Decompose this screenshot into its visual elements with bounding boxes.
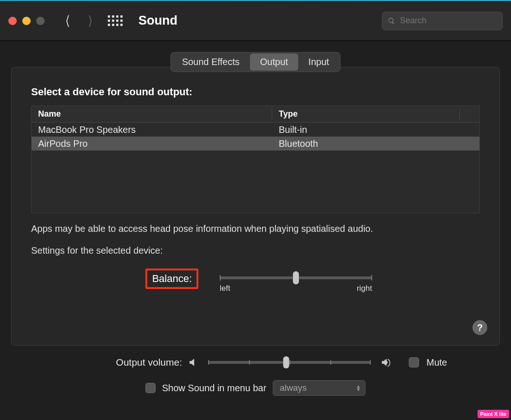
- table-row[interactable]: AirPods Pro Bluetooth: [32, 137, 479, 151]
- footer: Output volume: Mute Show Sound in menu b…: [0, 357, 511, 396]
- slider-tick: [249, 360, 250, 365]
- toolbar: ⟨ ⟩ Sound: [0, 1, 511, 41]
- minimize-window-button[interactable]: [22, 17, 31, 25]
- zoom-window-button[interactable]: [36, 17, 45, 25]
- show-sound-menubar-checkbox[interactable]: [145, 383, 156, 393]
- balance-slider[interactable]: [220, 276, 372, 279]
- slider-tick: [289, 360, 290, 365]
- close-window-button[interactable]: [8, 17, 17, 25]
- device-table: Name Type MacBook Pro Speakers Built-in …: [31, 105, 480, 213]
- tabs: Sound Effects Output Input: [170, 52, 341, 72]
- output-panel: Select a device for sound output: Name T…: [11, 67, 500, 346]
- show-all-prefs-button[interactable]: [108, 15, 123, 26]
- balance-slider-thumb[interactable]: [293, 271, 299, 284]
- volume-row: Output volume: Mute: [20, 357, 491, 368]
- volume-slider-thumb[interactable]: [283, 356, 289, 368]
- slider-tick: [371, 275, 372, 281]
- speaker-low-icon: [188, 357, 199, 368]
- device-name: MacBook Pro Speakers: [32, 125, 272, 135]
- speaker-high-icon: [380, 357, 391, 368]
- tab-input[interactable]: Input: [298, 53, 339, 71]
- output-volume-slider[interactable]: [208, 361, 371, 364]
- balance-left-label: left: [220, 284, 230, 293]
- balance-right-label: right: [357, 284, 372, 293]
- slider-tick: [330, 360, 331, 365]
- nav-arrows: ⟨ ⟩: [65, 13, 93, 28]
- balance-label: Balance:: [147, 270, 197, 288]
- traffic-lights: [8, 17, 45, 25]
- device-type: Bluetooth: [272, 138, 479, 149]
- device-type: Built-in: [272, 125, 479, 135]
- show-sound-menubar-label: Show Sound in menu bar: [162, 383, 267, 394]
- forward-button: ⟩: [88, 13, 93, 28]
- table-row[interactable]: MacBook Pro Speakers Built-in: [32, 123, 479, 137]
- show-sound-menubar-popup[interactable]: always ▲▼: [273, 380, 366, 396]
- slider-tick: [220, 275, 221, 281]
- col-type[interactable]: Type: [272, 109, 460, 120]
- menu-bar-row: Show Sound in menu bar always ▲▼: [20, 380, 491, 396]
- balance-row: Balance: left right: [31, 270, 480, 293]
- back-button[interactable]: ⟨: [65, 13, 70, 28]
- search-icon: [388, 17, 395, 25]
- updown-icon: ▲▼: [356, 385, 360, 391]
- window-title: Sound: [138, 13, 382, 28]
- help-button[interactable]: ?: [472, 320, 487, 335]
- search-field[interactable]: [382, 12, 503, 30]
- tab-output[interactable]: Output: [250, 53, 298, 71]
- select-device-label: Select a device for sound output:: [31, 86, 480, 98]
- table-header: Name Type: [32, 106, 479, 123]
- spatial-audio-hint: Apps may be able to access head pose inf…: [31, 223, 480, 234]
- tab-sound-effects[interactable]: Sound Effects: [172, 53, 250, 71]
- output-volume-label: Output volume:: [20, 357, 182, 368]
- col-name[interactable]: Name: [32, 109, 272, 120]
- mute-checkbox[interactable]: [409, 357, 419, 368]
- slider-tick: [370, 360, 371, 365]
- search-input[interactable]: [400, 16, 497, 26]
- watermark: Paint X lite: [478, 410, 509, 418]
- popup-value: always: [280, 383, 307, 393]
- mute-label: Mute: [426, 357, 447, 368]
- slider-tick: [208, 360, 209, 365]
- device-name: AirPods Pro: [32, 138, 272, 149]
- settings-for-device-label: Settings for the selected device:: [31, 245, 480, 256]
